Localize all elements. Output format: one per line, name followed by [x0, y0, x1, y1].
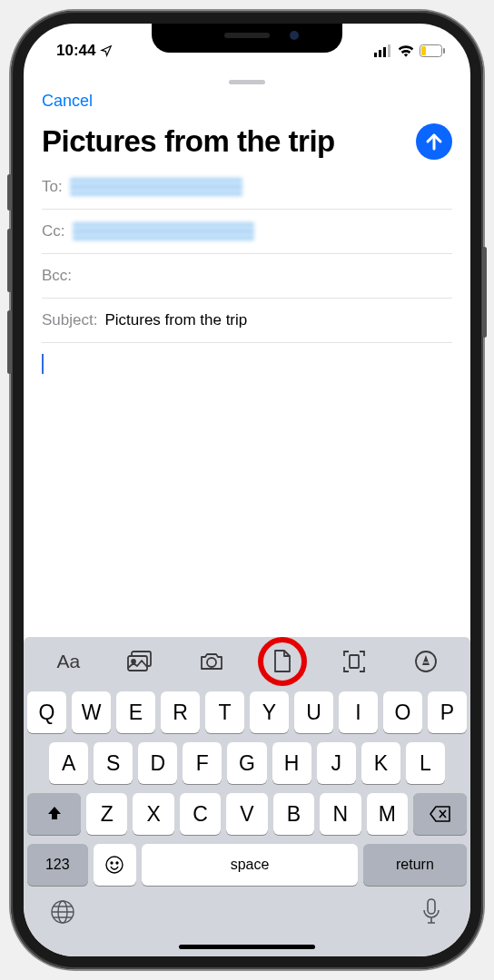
volume-down-button [7, 310, 12, 374]
key-m[interactable]: M [367, 793, 408, 835]
key-u[interactable]: U [294, 691, 333, 733]
screen: 10:44 Cancel Pictures from the trip To: [24, 24, 470, 956]
cc-value-redacted [73, 222, 254, 240]
to-value-redacted [70, 178, 242, 196]
emoji-icon [104, 855, 124, 875]
key-t[interactable]: T [205, 691, 244, 733]
numbers-key[interactable]: 123 [27, 844, 88, 886]
globe-button[interactable] [49, 898, 76, 926]
scan-document-button[interactable] [330, 643, 379, 680]
key-w[interactable]: W [72, 691, 111, 733]
format-toolbar: Aa [24, 637, 470, 686]
keyboard-row-4: 123 space return [27, 844, 467, 886]
wifi-icon [398, 44, 414, 57]
to-label: To: [42, 178, 63, 196]
key-d[interactable]: D [138, 742, 177, 784]
svg-point-13 [106, 857, 123, 873]
home-indicator[interactable] [179, 945, 315, 949]
battery-low-icon [420, 44, 445, 57]
key-s[interactable]: S [94, 742, 133, 784]
keyboard-row-3: Z X C V B N M [27, 793, 467, 835]
key-q[interactable]: Q [27, 691, 66, 733]
globe-icon [50, 899, 75, 925]
space-key[interactable]: space [142, 844, 358, 886]
status-time: 10:44 [56, 42, 95, 60]
key-b[interactable]: B [273, 793, 314, 835]
key-a[interactable]: A [49, 742, 88, 784]
shift-icon [45, 805, 64, 823]
attach-document-button[interactable] [258, 643, 307, 680]
cellular-icon [374, 44, 392, 57]
key-p[interactable]: P [428, 691, 467, 733]
svg-point-10 [207, 658, 216, 667]
keyboard: Q W E R T Y U I O P A S D F G H J K L [24, 686, 470, 893]
subject-field[interactable]: Subject: Pictures from the trip [42, 299, 452, 343]
compose-title: Pictures from the trip [42, 126, 407, 158]
document-icon [272, 650, 292, 673]
notch [152, 24, 342, 53]
key-k[interactable]: K [361, 742, 400, 784]
subject-value: Pictures from the trip [104, 311, 247, 329]
message-body[interactable] [24, 343, 470, 637]
arrow-up-icon [423, 131, 445, 152]
return-key[interactable]: return [363, 844, 467, 886]
bcc-field[interactable]: Bcc: [42, 254, 452, 299]
photos-icon [127, 651, 153, 672]
svg-point-14 [111, 862, 113, 864]
key-e[interactable]: E [116, 691, 155, 733]
camera-button[interactable] [187, 643, 236, 680]
to-field[interactable]: To: [42, 165, 452, 210]
key-h[interactable]: H [272, 742, 311, 784]
dictation-button[interactable] [418, 898, 445, 926]
title-row: Pictures from the trip [24, 111, 470, 165]
keyboard-row-1: Q W E R T Y U I O P [27, 691, 467, 733]
key-r[interactable]: R [161, 691, 200, 733]
camera-icon [199, 652, 224, 671]
key-n[interactable]: N [320, 793, 361, 835]
svg-rect-5 [421, 46, 426, 55]
key-x[interactable]: X [133, 793, 173, 835]
svg-rect-6 [443, 48, 445, 54]
text-cursor [42, 354, 44, 374]
mute-switch [7, 174, 12, 211]
send-button[interactable] [416, 123, 452, 160]
key-z[interactable]: Z [86, 793, 127, 835]
key-v[interactable]: V [226, 793, 267, 835]
svg-rect-2 [383, 47, 386, 57]
key-y[interactable]: Y [250, 691, 289, 733]
volume-up-button [7, 229, 12, 292]
key-i[interactable]: I [339, 691, 378, 733]
nav-bar: Cancel [24, 84, 470, 111]
text-format-button[interactable]: Aa [44, 643, 93, 680]
location-icon [100, 44, 113, 57]
markup-icon [414, 650, 438, 673]
keyboard-row-2: A S D F G H J K L [27, 742, 467, 784]
backspace-icon [430, 806, 451, 822]
microphone-icon [421, 898, 441, 926]
cancel-button[interactable]: Cancel [42, 92, 93, 111]
svg-rect-0 [374, 53, 377, 57]
delete-key[interactable] [413, 793, 467, 835]
power-button [482, 247, 487, 338]
cc-field[interactable]: Cc: [42, 210, 452, 254]
phone-frame: 10:44 Cancel Pictures from the trip To: [11, 11, 483, 969]
subject-label: Subject: [42, 311, 97, 329]
shift-key[interactable] [27, 793, 81, 835]
svg-rect-3 [388, 44, 390, 57]
bcc-label: Bcc: [42, 267, 72, 285]
svg-point-15 [116, 862, 118, 864]
key-f[interactable]: F [183, 742, 222, 784]
key-o[interactable]: O [383, 691, 422, 733]
svg-rect-18 [428, 899, 435, 914]
photo-library-button[interactable] [115, 643, 164, 680]
markup-button[interactable] [401, 643, 450, 680]
key-c[interactable]: C [180, 793, 221, 835]
svg-rect-11 [350, 655, 359, 668]
sheet-handle[interactable] [24, 69, 470, 84]
key-j[interactable]: J [317, 742, 356, 784]
cc-label: Cc: [42, 222, 65, 240]
key-g[interactable]: G [227, 742, 266, 784]
scan-icon [342, 650, 366, 673]
key-l[interactable]: L [406, 742, 445, 784]
emoji-key[interactable] [94, 844, 137, 886]
